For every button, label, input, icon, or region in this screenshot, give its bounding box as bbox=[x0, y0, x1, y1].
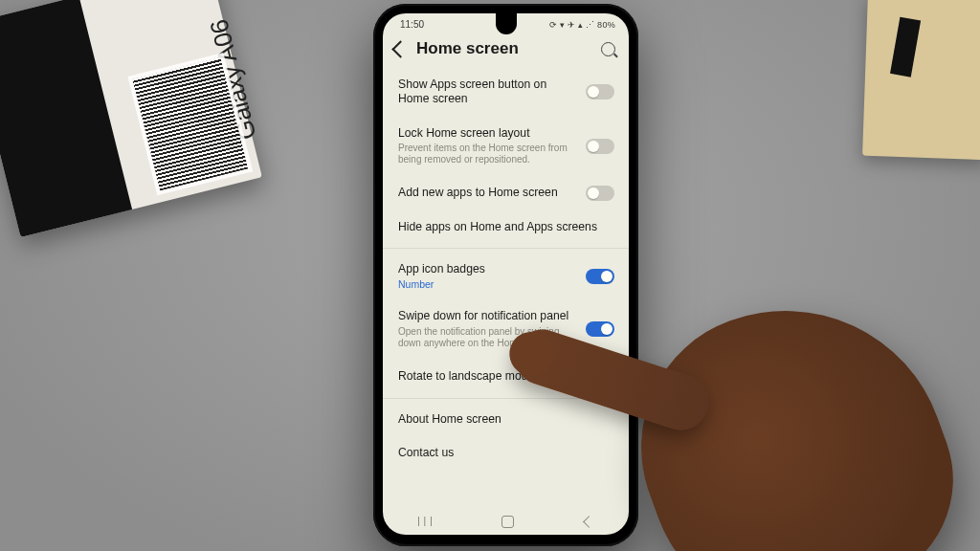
row-hide-apps[interactable]: Hide apps on Home and Apps screens bbox=[383, 210, 629, 244]
row-title: Swipe down for notification panel bbox=[398, 309, 574, 323]
page-title: Home screen bbox=[416, 39, 591, 58]
row-add-new-apps[interactable]: Add new apps to Home screen bbox=[383, 176, 629, 210]
back-icon[interactable] bbox=[391, 40, 409, 57]
toggle-show-apps[interactable] bbox=[586, 84, 614, 99]
row-title: Add new apps to Home screen bbox=[398, 186, 574, 200]
camera-notch bbox=[496, 13, 517, 34]
toggle-app-icon-badges[interactable] bbox=[586, 269, 614, 284]
row-about-home-screen[interactable]: About Home screen bbox=[383, 403, 629, 436]
settings-list[interactable]: Show Apps screen button on Home screen L… bbox=[383, 68, 629, 470]
scene: Galaxy A06 11:50 ⟳ ▾ ✈ ▴ ⋰ 80% Home scre… bbox=[0, 0, 980, 551]
divider bbox=[383, 248, 629, 249]
row-title: About Home screen bbox=[398, 412, 614, 427]
search-icon[interactable] bbox=[601, 42, 615, 56]
status-time: 11:50 bbox=[400, 19, 424, 30]
toggle-lock-layout[interactable] bbox=[586, 139, 614, 154]
phone-screen: 11:50 ⟳ ▾ ✈ ▴ ⋰ 80% Home screen Show App… bbox=[383, 13, 629, 535]
row-subtitle: Prevent items on the Home screen from be… bbox=[398, 143, 574, 166]
row-show-apps-button[interactable]: Show Apps screen button on Home screen bbox=[383, 68, 629, 117]
row-contact-us[interactable]: Contact us bbox=[383, 436, 629, 470]
toggle-swipe-notification[interactable] bbox=[586, 321, 614, 337]
phone-frame: 11:50 ⟳ ▾ ✈ ▴ ⋰ 80% Home screen Show App… bbox=[373, 4, 638, 546]
row-title: Show Apps screen button on Home screen bbox=[398, 77, 574, 107]
recents-icon[interactable] bbox=[418, 517, 432, 526]
wooden-block bbox=[862, 0, 980, 160]
row-app-icon-badges[interactable]: App icon badges Number bbox=[383, 253, 629, 299]
row-title: App icon badges bbox=[398, 262, 574, 276]
row-value: Number bbox=[398, 278, 574, 290]
android-nav-bar bbox=[383, 508, 629, 535]
back-nav-icon[interactable] bbox=[583, 516, 595, 528]
row-lock-layout[interactable]: Lock Home screen layout Prevent items on… bbox=[383, 117, 629, 176]
row-title: Lock Home screen layout bbox=[398, 126, 574, 141]
header-bar: Home screen bbox=[383, 32, 629, 68]
toggle-add-new-apps[interactable] bbox=[586, 186, 614, 201]
row-title: Hide apps on Home and Apps screens bbox=[398, 220, 614, 234]
home-icon[interactable] bbox=[501, 516, 514, 528]
status-indicators: ⟳ ▾ ✈ ▴ ⋰ 80% bbox=[549, 20, 615, 30]
row-title: Contact us bbox=[398, 446, 614, 460]
product-box: Galaxy A06 bbox=[0, 0, 262, 237]
